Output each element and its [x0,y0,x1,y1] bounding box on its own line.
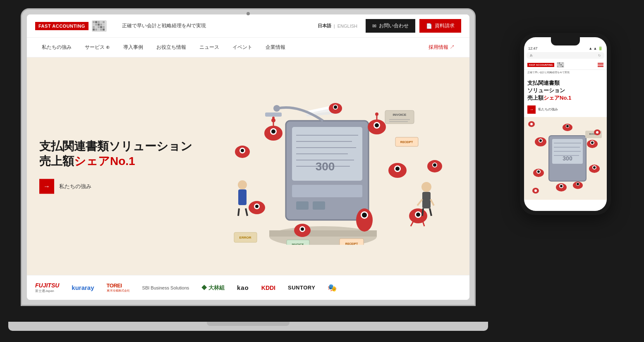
svg-point-76 [334,105,337,109]
phone-hero-line2: ソリューション [527,87,565,93]
phone-hero: 支払関連書類 ソリューション 売上額シェアNo.1 → 私たちの強み [524,76,607,117]
document-icon: 📄 [426,23,432,29]
nav-cases[interactable]: 導入事例 [117,44,150,51]
svg-line-63 [431,199,434,206]
phone-tagline: 正確で早い会計と戦略経理をAIで実現 [524,70,607,76]
svg-rect-13 [269,230,377,237]
laptop: FAST ACCOUNTING 正確で早い会計と戦略経理をAIで実現 [21,8,476,331]
lang-separator: | [334,24,335,29]
svg-point-98 [537,170,540,173]
svg-rect-73 [265,112,282,117]
phone-logo-badge: FAST ACCOUNTING [527,63,554,67]
site-header: FAST ACCOUNTING 正確で早い会計と戦略経理をAIで実現 [27,14,469,38]
phone-shell: 12:47 ▲ ▲ 🔋 あ ↻ FAST ACCOUNTING [520,33,611,215]
logo-suntory: SUNTORY [288,285,315,291]
svg-point-19 [271,129,275,134]
phone: 12:47 ▲ ▲ 🔋 あ ↻ FAST ACCOUNTING [520,33,611,215]
svg-text:INVOICE: INVOICE [292,243,304,245]
mini-robot-2 [594,129,601,135]
logo-kuraray: kuraray [72,284,94,291]
nav-events[interactable]: イベント [226,44,259,51]
svg-point-60 [421,182,431,192]
hero-title-line1: 支払関連書類ソリューション [39,139,192,154]
phone-hero-plain: 売上額 [527,95,543,101]
nav-strength[interactable]: 私たちの強み [35,44,78,51]
nav-news[interactable]: ニュース [193,44,226,51]
logo-area: FAST ACCOUNTING [35,20,118,32]
hero-section: 支払関連書類ソリューション 売上額シェアNo.1 → 私たちの強み [27,57,469,275]
hero-cta-label: 私たちの強み [59,182,91,190]
svg-point-25 [375,123,379,127]
phone-refresh-icon[interactable]: ↻ [598,54,601,57]
mini-robot-3 [532,188,539,194]
hero-title-line2: 売上額シェアNo.1 [39,154,192,169]
contact-button[interactable]: ✉ お問い合わせ [366,19,415,33]
phone-notch [551,37,580,45]
nav-useful[interactable]: お役立ち情報 [150,44,193,51]
phone-hero-cta[interactable]: → 私たちの強み [527,105,603,114]
svg-point-72 [273,105,280,112]
svg-text:300: 300 [315,160,335,173]
nav-services[interactable]: サービス ⊕ [78,44,117,51]
phone-url-bar[interactable]: あ ↻ [527,52,604,59]
logo-icon [92,20,107,32]
svg-line-64 [422,208,423,216]
hero-text-block: 支払関連書類ソリューション 売上額シェアNo.1 → 私たちの強み [39,139,192,194]
svg-point-47 [433,163,436,167]
scene: FAST ACCOUNTING 正確で早い会計と戦略経理をAIで実現 [0,0,644,342]
svg-point-22 [272,117,275,119]
hero-cta-button[interactable]: → [39,179,54,194]
mail-icon: ✉ [372,23,376,29]
svg-rect-11 [313,201,325,210]
svg-point-39 [362,213,367,218]
phone-hero-red: シェアNo.1 [543,95,571,101]
logos-strip: FUJITSU 富士通Japan kuraray TOREI 東洋冷蔵株式会社 … [27,275,469,300]
svg-text:RECEIPT: RECEIPT [400,141,413,143]
logo-obayashi: ◆ 大林組 [201,284,225,292]
svg-point-92 [591,141,594,144]
svg-point-42 [416,213,420,217]
svg-line-68 [238,208,239,216]
svg-text:RECEIPT: RECEIPT [345,242,358,245]
phone-hero-title: 支払関連書類 ソリューション 売上額シェアNo.1 [527,79,603,102]
svg-line-65 [430,208,431,216]
logo-badge: FAST ACCOUNTING [35,22,89,30]
svg-line-62 [417,199,422,206]
svg-point-36 [301,227,304,231]
hero-cta[interactable]: → 私たちの強み [39,179,192,194]
laptop-screen: FAST ACCOUNTING 正確で早い会計と戦略経理をAIで実現 [27,14,469,300]
svg-point-89 [539,139,542,142]
logo-misc: 🎭 [328,283,337,292]
svg-point-104 [577,183,579,185]
site-nav: 私たちの強み サービス ⊕ 導入事例 お役立ち情報 ニュース イベント 企業情報… [27,38,469,57]
nav-company[interactable]: 企業情報 [259,44,292,51]
phone-time: 12:47 [528,46,538,50]
phone-cta-button[interactable]: → [527,105,536,114]
lang-switcher: 日本語 | ENGLISH [318,23,357,29]
svg-point-33 [255,205,259,208]
svg-point-107 [566,125,569,127]
logo-kddi: KDDI [261,285,275,291]
phone-hamburger-button[interactable] [598,63,603,67]
svg-point-27 [375,112,378,116]
svg-rect-67 [238,189,247,205]
laptop-body: FAST ACCOUNTING 正確で早い会計と戦略経理をAIで実現 [21,8,476,306]
svg-rect-9 [292,185,362,197]
nav-recruitment[interactable]: 採用情報 ↗ [422,44,461,51]
svg-text:300: 300 [563,155,572,162]
logo-sbi: SBI Business Solutions [142,285,189,290]
logo-torei: TOREI 東洋冷蔵株式会社 [107,282,130,293]
svg-point-101 [560,185,563,187]
phone-screen: 12:47 ▲ ▲ 🔋 あ ↻ FAST ACCOUNTING [524,37,607,211]
hero-highlight-text: シェアNo.1 [74,155,135,167]
docs-button[interactable]: 📄 資料請求 [419,19,461,33]
laptop-camera [247,12,250,15]
mini-robot-1 [528,121,535,127]
lang-ja[interactable]: 日本語 [318,23,331,29]
svg-text:INVOICE: INVOICE [393,113,407,117]
svg-point-30 [395,167,400,171]
lang-en[interactable]: ENGLISH [338,24,357,29]
svg-text:ERROR: ERROR [239,236,251,239]
phone-header: FAST ACCOUNTING [524,60,607,70]
svg-rect-10 [296,201,309,210]
